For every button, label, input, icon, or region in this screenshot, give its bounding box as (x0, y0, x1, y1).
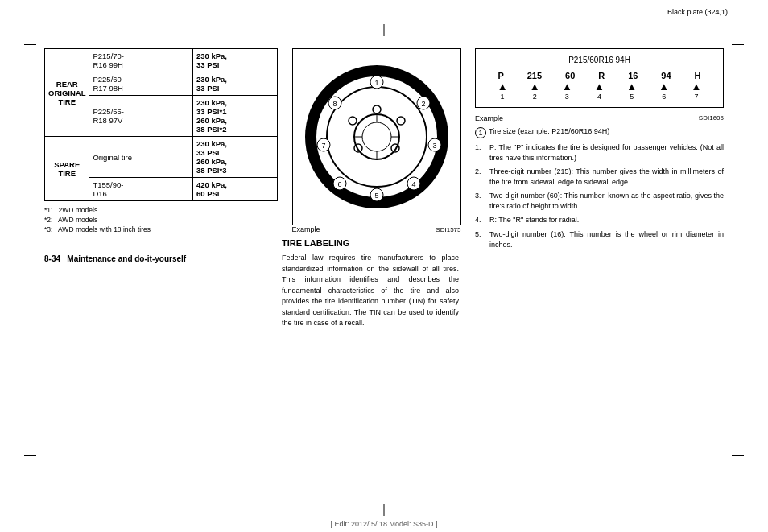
code-letter-215: 215 (527, 71, 542, 80)
code-num-1: 1 (501, 93, 505, 101)
exp-num-3: 3. (475, 191, 489, 212)
pressure-2: 230 kPa,33 PSI (192, 72, 277, 96)
code-num-2: 2 (533, 93, 537, 101)
svg-text:8: 8 (332, 100, 337, 108)
code-title: P215/60R16 94H (482, 56, 716, 64)
circle-text: Tire size (example: P215/60R16 94H) (489, 127, 609, 135)
code-num-7: 7 (694, 93, 698, 101)
spare-tire-label: SPARETIRE (45, 137, 89, 201)
bottom-text: [ Edit: 2012/ 5/ 18 Model: S35-D ] (330, 520, 437, 528)
svg-text:2: 2 (421, 100, 425, 108)
svg-point-0 (311, 71, 443, 203)
footnote-1: *1: 2WD models (44, 206, 278, 216)
explanation-item-2: 2. Three-digit number (215): This number… (475, 167, 724, 188)
exp-text-3: Two-digit number (60): This number, know… (489, 191, 724, 212)
arrow-6: ▲ (659, 80, 669, 93)
right-section: P215/60R16 94H P 215 60 R 16 94 H ▲ ▲ ▲ … (475, 48, 724, 254)
tire-labeling-section: TIRE LABELING Federal law requires tire … (282, 238, 471, 329)
mark-top-right (732, 44, 744, 45)
table-row: SPARETIRE Original tire 230 kPa,33 PSI26… (45, 137, 278, 178)
main-content: REARORIGINALTIRE P215/70-R16 99H 230 kPa… (44, 48, 724, 484)
pressure-4: 230 kPa,33 PSI260 kPa,38 PSI*3 (192, 137, 277, 178)
diagram-example-label: Example (292, 225, 320, 233)
mark-bottom-center (384, 504, 385, 516)
exp-num-2: 2. (475, 167, 489, 188)
code-num-6: 6 (662, 93, 666, 101)
svg-text:6: 6 (337, 180, 341, 188)
mark-bottom-left (24, 455, 36, 456)
svg-point-5 (397, 117, 405, 125)
page-header: Black plate (324,1) (667, 8, 728, 16)
svg-text:1: 1 (374, 79, 378, 87)
page-number-area: 8-34 Maintenance and do-it-yourself (44, 254, 186, 263)
code-num-3: 3 (565, 93, 569, 101)
code-arrows-row: ▲ ▲ ▲ ▲ ▲ ▲ ▲ (482, 80, 716, 93)
code-sdi: SDI1606 (699, 114, 724, 122)
svg-text:4: 4 (411, 180, 415, 188)
arrow-5: ▲ (626, 80, 637, 93)
middle-section: 1 2 3 4 5 6 7 (282, 48, 471, 329)
mark-right-mid (732, 258, 744, 258)
tire-table: REARORIGINALTIRE P215/70-R16 99H 230 kPa… (44, 48, 278, 201)
diagram-sdi: SDI1575 (436, 226, 460, 233)
code-box: P215/60R16 94H P 215 60 R 16 94 H ▲ ▲ ▲ … (475, 48, 724, 108)
tire-spec-2: P225/60-R17 98H (89, 72, 193, 96)
wheel-diagram: 1 2 3 4 5 6 7 (304, 64, 449, 209)
exp-text-2: Three-digit number (215): This number gi… (489, 167, 724, 188)
mark-left-mid (24, 258, 36, 258)
svg-point-1 (327, 87, 427, 187)
code-example-label: Example (475, 114, 503, 122)
exp-text-4: R: The "R" stands for radial. (489, 215, 579, 226)
pressure-5: 420 kPa,60 PSI (192, 178, 277, 201)
tire-spec-3: P225/55-R18 97V (89, 96, 193, 137)
tire-spec-1: P215/70-R16 99H (89, 49, 193, 72)
bottom-center: [ Edit: 2012/ 5/ 18 Model: S35-D ] (330, 520, 437, 528)
svg-point-3 (362, 122, 391, 151)
svg-point-8 (349, 117, 357, 125)
mark-top-center (384, 24, 385, 36)
pressure-3: 230 kPa,33 PSI*1260 kPa,38 PSI*2 (192, 96, 277, 137)
explanation-item-4: 4. R: The "R" stands for radial. (475, 215, 724, 226)
exp-text-5: Two-digit number (16): This number is th… (489, 229, 724, 250)
tire-labeling-title: TIRE LABELING (282, 238, 471, 248)
arrow-4: ▲ (594, 80, 605, 93)
header-text: Black plate (324,1) (667, 8, 728, 16)
footnotes: *1: 2WD models *2: AWD models *3: AWD mo… (44, 206, 278, 235)
explanation-item-3: 3. Two-digit number (60): This number, k… (475, 191, 724, 212)
left-section: REARORIGINALTIRE P215/70-R16 99H 230 kPa… (44, 48, 278, 235)
diagram-box: 1 2 3 4 5 6 7 (292, 48, 461, 225)
exp-num-5: 5. (475, 229, 489, 250)
page-number: 8-34 Maintenance and do-it-yourself (44, 254, 186, 263)
code-letter-94: 94 (661, 71, 671, 80)
svg-point-4 (373, 105, 381, 113)
code-letter-P: P (498, 71, 503, 80)
svg-text:7: 7 (321, 142, 325, 150)
circle-icon: 1 (475, 127, 486, 138)
code-num-5: 5 (630, 93, 634, 101)
exp-text-1: P: The "P" indicates the tire is designe… (489, 142, 724, 163)
pressure-1: 230 kPa,33 PSI (192, 49, 277, 72)
arrow-7: ▲ (691, 80, 701, 93)
mark-top-left (24, 44, 36, 45)
code-letters-row: P 215 60 R 16 94 H (482, 71, 716, 80)
svg-rect-13 (309, 132, 314, 142)
code-box-footer: Example SDI1606 (475, 114, 724, 122)
footnote-2: *2: AWD models (44, 216, 278, 225)
tire-spec-4: Original tire (89, 137, 193, 178)
explanation-item-1: 1. P: The "P" indicates the tire is desi… (475, 142, 724, 163)
code-num-4: 4 (597, 93, 601, 101)
exp-num-4: 4. (475, 215, 489, 226)
svg-text:3: 3 (432, 142, 436, 150)
mark-bottom-right (732, 455, 744, 456)
explanations: 1. P: The "P" indicates the tire is desi… (475, 142, 724, 250)
arrow-3: ▲ (562, 80, 572, 93)
rear-original-label: REARORIGINALTIRE (45, 49, 89, 137)
svg-text:5: 5 (374, 192, 378, 200)
code-letter-60: 60 (565, 71, 575, 80)
code-letter-16: 16 (628, 71, 638, 80)
footnote-3: *3: AWD models with 18 inch tires (44, 225, 278, 235)
exp-num-1: 1. (475, 142, 489, 163)
arrow-1: ▲ (498, 80, 508, 93)
tire-labeling-text: Federal law requires tire manufacturers … (282, 253, 459, 329)
table-row: REARORIGINALTIRE P215/70-R16 99H 230 kPa… (45, 49, 278, 72)
